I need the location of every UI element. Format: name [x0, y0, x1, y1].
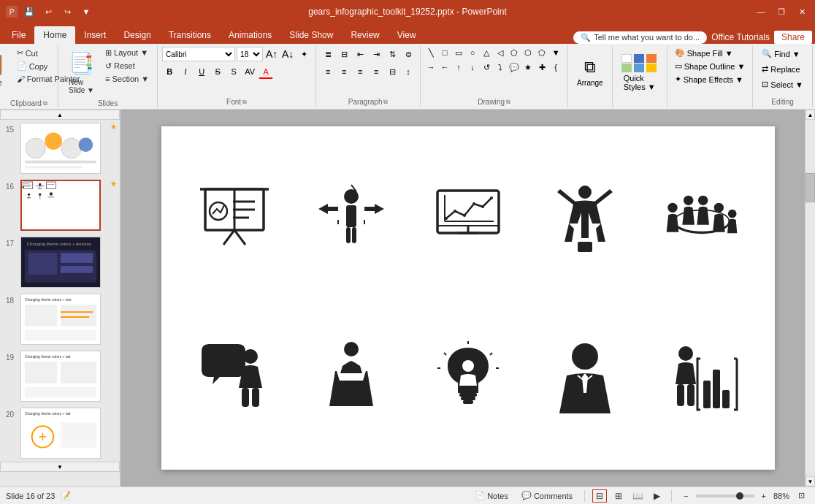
close-button[interactable]: ✕ [795, 4, 809, 19]
shape-arrow-down[interactable]: ↓ [467, 61, 478, 73]
shape-connector[interactable]: ⤵ [494, 61, 506, 73]
strikethrough-button[interactable]: S [210, 64, 225, 79]
slide-thumb-18[interactable]: 18 Changing theme colors + text [0, 291, 120, 348]
decrease-font-button[interactable]: A↓ [280, 47, 295, 61]
shape-callout[interactable]: 💬 [508, 61, 520, 73]
zoom-in-button[interactable]: + [757, 491, 770, 501]
layout-button[interactable]: ⊞ Layout ▼ [102, 47, 153, 59]
fit-slide-button[interactable]: ⊡ [794, 490, 809, 501]
shape-roundrect[interactable]: ▭ [453, 47, 464, 58]
tab-home[interactable]: Home [34, 26, 75, 44]
font-size-select[interactable]: 18 [237, 47, 263, 61]
tab-file[interactable]: File [3, 26, 34, 44]
shape-line[interactable]: ╲ [425, 47, 437, 58]
slide-sorter-button[interactable]: ⊞ [611, 489, 626, 503]
slide-img-20[interactable]: Changing theme colors + tab [20, 408, 101, 459]
shape-pentagon[interactable]: ⬠ [508, 47, 520, 58]
clear-format-button[interactable]: ✦ [296, 47, 311, 61]
drawing-expand-icon[interactable]: ⧉ [506, 99, 510, 106]
office-tutorials-link[interactable]: Office Tutorials [711, 32, 770, 42]
customize-qat-button[interactable]: ▼ [79, 4, 93, 19]
canvas-scroll-down[interactable]: ▼ [806, 476, 815, 486]
slide-thumb-17[interactable]: 17 Changing theme colors + textures [0, 234, 120, 291]
notes-button[interactable]: 📄 Notes [470, 490, 513, 501]
scroll-down-arrow[interactable]: ▼ [0, 462, 120, 472]
new-slide-button[interactable]: 📑 NewSlide ▼ [63, 47, 100, 98]
slide-thumb-15[interactable]: 15 ★ [0, 120, 120, 177]
zoom-slider[interactable] [696, 495, 754, 497]
slide-img-16[interactable] [20, 180, 101, 231]
tab-transitions[interactable]: Transitions [160, 26, 220, 44]
reset-button[interactable]: ↺ Reset [102, 60, 153, 72]
normal-view-button[interactable]: ⊟ [592, 489, 607, 503]
increase-indent-button[interactable]: ⇥ [369, 47, 383, 61]
shape-hexagon[interactable]: ⬡ [522, 47, 534, 58]
slide-img-18[interactable]: Changing theme colors + text [20, 294, 101, 345]
find-button[interactable]: 🔍 Find ▼ [757, 47, 808, 61]
slide-img-15[interactable] [20, 123, 101, 174]
minimize-button[interactable]: — [754, 4, 768, 19]
tab-insert[interactable]: Insert [75, 26, 115, 44]
shape-brace[interactable]: { [550, 61, 562, 73]
slide-thumb-16[interactable]: 16 [0, 177, 120, 234]
reading-view-button[interactable]: 📖 [630, 489, 645, 503]
arrange-button[interactable]: ⧉ Arrange [573, 47, 608, 98]
align-left-button[interactable]: ≡ [321, 64, 335, 79]
slideshow-view-button[interactable]: ▶ [649, 489, 664, 503]
shape-outline-button[interactable]: ▭ Shape Outline ▼ [672, 60, 749, 72]
shape-effects-button[interactable]: ✦ Shape Effects ▼ [672, 73, 749, 85]
shape-arrow-more[interactable]: ▼ [550, 47, 562, 58]
increase-font-button[interactable]: A↑ [264, 47, 279, 61]
shape-octagon[interactable]: ⬠ [536, 47, 548, 58]
replace-button[interactable]: ⇄ Replace [757, 62, 808, 76]
align-right-button[interactable]: ≡ [353, 64, 367, 79]
slide-img-19[interactable]: Changing theme colors + tab [20, 351, 101, 402]
spacing-button[interactable]: AV [242, 64, 257, 79]
font-family-select[interactable]: Calibri [162, 47, 235, 61]
save-button[interactable]: 💾 [22, 4, 37, 19]
bullets-button[interactable]: ≣ [321, 47, 335, 61]
bold-button[interactable]: B [162, 64, 177, 79]
canvas-scroll-thumb[interactable] [806, 173, 815, 202]
text-direction-button[interactable]: ⇅ [385, 47, 399, 61]
shape-rect[interactable]: □ [439, 47, 451, 58]
tab-animations[interactable]: Animations [220, 26, 280, 44]
slide-thumb-20[interactable]: 20 Changing theme colors + tab [0, 405, 120, 462]
tab-slideshow[interactable]: Slide Show [280, 26, 342, 44]
shape-triangle[interactable]: △ [481, 47, 492, 58]
scroll-up-arrow[interactable]: ▲ [0, 110, 120, 120]
select-button[interactable]: ⊡ Select ▼ [757, 77, 808, 91]
canvas-vscrollbar[interactable]: ▲ ▼ [805, 110, 815, 486]
numbering-button[interactable]: ⊟ [337, 47, 351, 61]
undo-button[interactable]: ↩ [41, 4, 56, 19]
paste-button[interactable]: 📋 Paste ▼ [0, 47, 12, 98]
shape-curved-arrow[interactable]: ↺ [481, 61, 492, 73]
tab-view[interactable]: View [389, 26, 425, 44]
shape-arrow-up[interactable]: ↑ [453, 61, 464, 73]
convert-to-smartart-button[interactable]: ⊜ [401, 47, 416, 61]
para-expand-icon[interactable]: ⧉ [383, 99, 388, 106]
comments-button[interactable]: 💬 Comments [517, 490, 577, 501]
font-color-button[interactable]: A [259, 64, 273, 79]
shape-oval[interactable]: ○ [467, 47, 478, 58]
underline-button[interactable]: U [194, 64, 209, 79]
zoom-out-button[interactable]: − [679, 491, 692, 501]
shape-rtriangle[interactable]: ◁ [494, 47, 506, 58]
shadow-button[interactable]: S [226, 64, 241, 79]
italic-button[interactable]: I [178, 64, 193, 79]
section-button[interactable]: ≡ Section ▼ [102, 73, 153, 85]
redo-button[interactable]: ↪ [60, 4, 74, 19]
center-button[interactable]: ≡ [337, 64, 351, 79]
shape-fill-button[interactable]: 🎨 Shape Fill ▼ [672, 47, 749, 59]
font-expand-icon[interactable]: ⧉ [242, 99, 247, 106]
tab-design[interactable]: Design [115, 26, 159, 44]
tell-me-input[interactable]: Tell me what you want to do... [594, 33, 700, 42]
shape-star[interactable]: ★ [522, 61, 534, 73]
share-button[interactable]: Share [774, 31, 812, 44]
slide-thumb-19[interactable]: 19 Changing theme colors + tab [0, 348, 120, 405]
slide-panel[interactable]: ▲ 15 ★ 16 [0, 110, 120, 486]
restore-button[interactable]: ❐ [774, 4, 789, 19]
columns-button[interactable]: ⊟ [385, 64, 399, 79]
quick-styles-button[interactable]: QuickStyles ▼ [617, 47, 662, 98]
zoom-thumb[interactable] [736, 492, 743, 500]
